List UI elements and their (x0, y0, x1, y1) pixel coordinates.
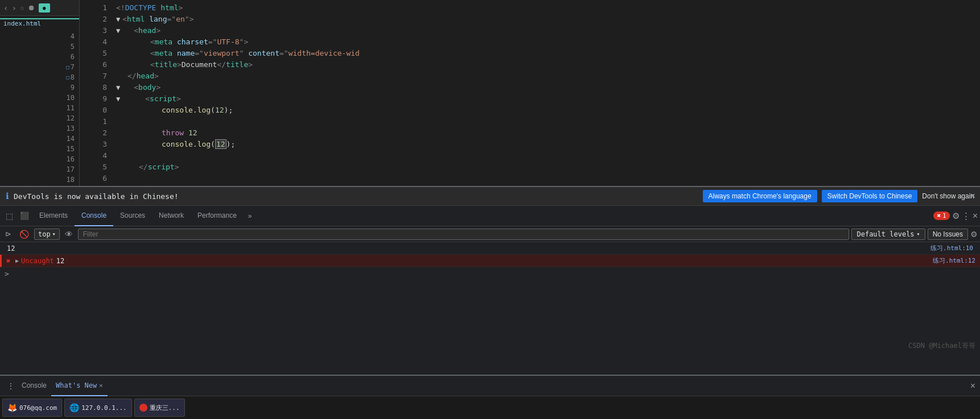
devtools-panel: ℹ DevTools is now available in Chinese! … (0, 186, 980, 396)
console-exec-button[interactable]: ⊳ (2, 229, 14, 239)
taskbar-item-email[interactable]: 🦊 076@qq.com (2, 399, 62, 417)
drawer-section: ⋮ Console What's New × × (0, 375, 980, 396)
code-line-3: 3 ▼ <head> (80, 25, 980, 36)
switch-devtools-button[interactable]: Switch DevTools to Chinese (822, 190, 918, 202)
code-line-15: 5 </script> (80, 161, 980, 173)
taskbar-item-chongqing[interactable]: 重庆三... (134, 399, 185, 417)
dont-show-button[interactable]: Don't show again (922, 192, 974, 200)
error-x-icon: ✖ (937, 212, 941, 219)
error-badge: ✖ 1 (933, 211, 949, 220)
console-gear-button[interactable]: ⚙ (970, 230, 978, 239)
devtools-settings-button[interactable]: ⚙ (952, 211, 960, 221)
prompt-icon: > (5, 269, 9, 278)
console-error-row: ✖ ▶ Uncaught 12 练习.html:12 (0, 255, 980, 267)
tab-indicator: ● (39, 3, 50, 13)
code-line-10: 0 console.log(12); (80, 105, 980, 116)
notification-text: DevTools is now available in Chinese! (14, 192, 698, 201)
code-line-13: 3 console.log(12); (80, 139, 980, 150)
code-line-8: 8 ▼ <body> (80, 82, 980, 93)
drawer-menu-icon[interactable]: ⋮ (5, 379, 17, 393)
taskbar: 🦊 076@qq.com 🌐 127.0.0.1... 重庆三... (0, 396, 980, 419)
top-label: top (38, 230, 51, 238)
code-line-7: 7 </head> (80, 70, 980, 82)
drawer-tab-console[interactable]: Console (17, 376, 51, 396)
expand-arrow-icon[interactable]: ▶ (15, 258, 19, 264)
code-line-9: 9 ▼ <script> (80, 93, 980, 105)
error-label-text: Uncaught (21, 257, 54, 265)
levels-arrow-icon: ▾ (917, 231, 920, 237)
console-eye-button[interactable]: 👁 (62, 229, 76, 240)
log-source[interactable]: 练习.html:10 (930, 244, 973, 252)
info-icon: ℹ (6, 191, 9, 201)
devtools-tabs-bar: ⬚ ⬛ Elements Console Sources Network Per… (0, 206, 980, 226)
nav-back[interactable]: ‹ (3, 3, 8, 13)
code-line-4: 4 <meta charset="UTF-8"> (80, 36, 980, 48)
more-tabs-button[interactable]: » (244, 206, 257, 226)
code-line-5: 5 <meta name="viewport" content="width=d… (80, 48, 980, 59)
console-log-row: 12 练习.html:10 (0, 242, 980, 255)
watermark: CSDN @Michael哥哥 (908, 341, 975, 351)
tab-sources[interactable]: Sources (113, 206, 152, 226)
tab-performance[interactable]: Performance (191, 206, 244, 226)
console-prompt-row[interactable]: > (0, 267, 980, 280)
file-tab: index.html (0, 18, 79, 28)
whats-new-label: What's New (56, 381, 97, 389)
error-icon: ✖ (6, 257, 15, 265)
code-line-14: 4 (80, 150, 980, 161)
taskbar-localhost-label: 127.0.0.1... (81, 404, 126, 412)
console-filter-input[interactable] (78, 229, 850, 240)
dropdown-arrow-icon: ▾ (52, 231, 56, 237)
bookmark-icon[interactable]: ☆ (20, 3, 24, 12)
tab-console[interactable]: Console (75, 206, 113, 226)
default-levels-label: Default levels (857, 230, 914, 238)
code-line-11: 1 (80, 116, 980, 127)
red-dot-icon (139, 404, 147, 412)
code-line-16: 6 (80, 173, 980, 184)
error-count: 1 (942, 212, 946, 219)
top-dropdown[interactable]: top ▾ (34, 229, 60, 240)
devtools-mobile-icon[interactable]: ⬛ (17, 209, 32, 222)
drawer-tab-close-button[interactable]: × (99, 382, 102, 389)
notification-close-button[interactable]: × (970, 191, 975, 201)
record-icon[interactable]: ⏺ (28, 3, 35, 12)
firefox-icon: 🦊 (7, 403, 17, 412)
taskbar-item-localhost[interactable]: 🌐 127.0.0.1... (64, 399, 131, 417)
devtools-close-button[interactable]: × (973, 211, 978, 221)
globe-icon: 🌐 (69, 403, 79, 412)
devtools-more-button[interactable]: ⋮ (962, 211, 970, 221)
code-line-6: 6 <title>Document</title> (80, 59, 980, 70)
taskbar-email-label: 076@qq.com (19, 404, 57, 412)
tab-network[interactable]: Network (152, 206, 191, 226)
console-clear-button[interactable]: 🚫 (17, 229, 32, 240)
always-match-button[interactable]: Always match Chrome's language (703, 190, 817, 202)
notification-bar: ℹ DevTools is now available in Chinese! … (0, 187, 980, 206)
drawer-close-button[interactable]: × (970, 381, 975, 391)
drawer-tab-whats-new[interactable]: What's New × (51, 376, 108, 396)
console-toolbar: ⊳ 🚫 top ▾ 👁 Default levels ▾ No Issues ⚙ (0, 226, 980, 242)
log-value: 12 (7, 244, 930, 252)
default-levels-dropdown[interactable]: Default levels ▾ (851, 229, 925, 240)
code-line-12: 2 throw 12 (80, 127, 980, 139)
taskbar-chongqing-label: 重庆三... (150, 404, 180, 412)
drawer-tabs-bar: ⋮ Console What's New × × (0, 376, 980, 396)
nav-forward[interactable]: › (11, 3, 16, 13)
code-line-2: 2 ▼ <html lang="en"> (80, 14, 980, 25)
error-source[interactable]: 练习.html:12 (933, 256, 975, 265)
devtools-select-icon[interactable]: ⬚ (2, 209, 17, 223)
no-issues-button[interactable]: No Issues (928, 229, 968, 240)
code-line-1: 1 <!DOCTYPE html> (80, 2, 980, 14)
tab-elements[interactable]: Elements (32, 206, 75, 226)
console-output[interactable]: 12 练习.html:10 ✖ ▶ Uncaught 12 练习.html:12… (0, 242, 980, 375)
